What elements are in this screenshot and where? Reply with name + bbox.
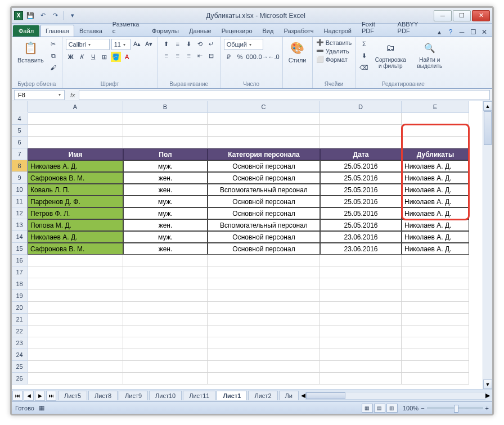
redo-button[interactable]: ↷ xyxy=(50,11,60,21)
sort-filter-button[interactable]: 🗂 Сортировка и фильтр xyxy=(371,39,410,70)
cell[interactable] xyxy=(208,361,320,373)
cell[interactable] xyxy=(123,349,208,361)
row-header[interactable]: 18 xyxy=(12,278,28,290)
cell[interactable] xyxy=(320,137,402,148)
cell-duplicate[interactable]: Николаев А. Д. xyxy=(402,243,469,255)
cell[interactable] xyxy=(28,290,123,302)
table-header[interactable]: Категория персонала xyxy=(208,148,320,160)
cell-duplicate[interactable]: Николаев А. Д. xyxy=(402,196,469,207)
cell[interactable] xyxy=(123,361,208,373)
cell-sex[interactable]: муж. xyxy=(123,196,208,207)
cell[interactable] xyxy=(402,125,469,137)
tab-layout[interactable]: Разметка с xyxy=(107,18,147,37)
cell[interactable] xyxy=(28,349,123,361)
cell[interactable] xyxy=(123,278,208,290)
sheet-tab[interactable]: Лист1 xyxy=(217,391,247,400)
row-header[interactable]: 26 xyxy=(12,373,28,385)
inc-decimal-icon[interactable]: .0→ xyxy=(258,52,268,62)
scroll-track[interactable] xyxy=(483,146,492,379)
cell[interactable] xyxy=(28,361,123,373)
scroll-up-icon[interactable]: ▲ xyxy=(483,101,492,111)
cell-date[interactable]: 23.06.2016 xyxy=(320,243,402,255)
tab-foxit[interactable]: Foxit PDF xyxy=(357,18,393,37)
cell-sex[interactable]: жен. xyxy=(123,243,208,255)
cell[interactable] xyxy=(320,113,402,125)
cell[interactable] xyxy=(28,373,123,385)
cell[interactable] xyxy=(320,373,402,385)
view-normal-icon[interactable]: ▦ xyxy=(362,404,373,413)
delete-cells-button[interactable]: ➖Удалить xyxy=(316,47,349,55)
cell-sex[interactable]: жен. xyxy=(123,172,208,184)
cell[interactable] xyxy=(123,290,208,302)
cell-name[interactable]: Попова М. Д. xyxy=(28,219,123,231)
dec-decimal-icon[interactable]: ←.0 xyxy=(269,52,279,62)
cell[interactable] xyxy=(402,137,469,148)
qat-more-icon[interactable]: ▾ xyxy=(68,11,78,21)
row-header[interactable]: 15 xyxy=(12,243,28,255)
cell[interactable] xyxy=(320,255,402,266)
col-header-d[interactable]: D xyxy=(320,101,402,113)
number-format-combo[interactable]: Общий▾ xyxy=(224,39,263,50)
orientation-icon[interactable]: ⟲ xyxy=(195,39,205,49)
cell[interactable] xyxy=(28,255,123,266)
row-header[interactable]: 5 xyxy=(12,125,28,137)
help-icon[interactable]: ? xyxy=(446,28,455,37)
sheet-tab[interactable]: Лист5 xyxy=(58,391,87,400)
cell[interactable] xyxy=(320,314,402,325)
cell[interactable] xyxy=(208,278,320,290)
row-header[interactable]: 25 xyxy=(12,361,28,373)
cell-sex[interactable]: муж. xyxy=(123,207,208,219)
cell[interactable] xyxy=(402,337,469,349)
hscroll-thumb[interactable] xyxy=(306,392,345,399)
cell-date[interactable]: 25.05.2016 xyxy=(320,207,402,219)
styles-button[interactable]: 🎨 Стили xyxy=(286,39,309,65)
align-top-icon[interactable]: ⬆ xyxy=(161,39,172,49)
row-header[interactable]: 13 xyxy=(12,219,28,231)
sheet-tab[interactable]: Лист8 xyxy=(88,391,118,400)
cell[interactable] xyxy=(28,314,123,325)
cell[interactable] xyxy=(402,278,469,290)
cell-date[interactable]: 25.05.2016 xyxy=(320,172,402,184)
doc-minimize-icon[interactable]: ─ xyxy=(457,28,466,37)
cell[interactable] xyxy=(208,325,320,337)
col-header-e[interactable]: E xyxy=(402,101,469,113)
close-button[interactable]: ✕ xyxy=(472,10,490,21)
cell[interactable] xyxy=(123,325,208,337)
row-header[interactable]: 14 xyxy=(12,231,28,243)
font-size-combo[interactable]: 11▾ xyxy=(111,39,130,50)
undo-button[interactable]: ↶ xyxy=(38,11,48,21)
insert-cells-button[interactable]: ➕Вставить xyxy=(316,39,352,46)
tab-formulas[interactable]: Формулы xyxy=(147,25,184,37)
row-header[interactable]: 21 xyxy=(12,314,28,325)
cell[interactable] xyxy=(208,137,320,148)
name-box[interactable]: F8▾ xyxy=(14,90,65,100)
cell[interactable] xyxy=(320,325,402,337)
format-painter-button[interactable]: 🖌 xyxy=(48,62,58,73)
paste-button[interactable]: 📋 Вставить xyxy=(15,39,46,65)
row-header[interactable]: 16 xyxy=(12,255,28,266)
scroll-down-icon[interactable]: ▼ xyxy=(483,379,492,389)
cell-duplicate[interactable]: Николаев А. Д. xyxy=(402,184,469,196)
cell-name[interactable]: Николаев А. Д. xyxy=(28,160,123,172)
cell-duplicate[interactable]: Николаев А. Д. xyxy=(402,160,469,172)
cell[interactable] xyxy=(28,125,123,137)
cell[interactable] xyxy=(28,278,123,290)
view-pagebreak-icon[interactable]: ▥ xyxy=(386,404,398,413)
fill-color-button[interactable]: 🪣 xyxy=(111,52,121,62)
cell-category[interactable]: Основной персонал xyxy=(208,207,320,219)
tab-review[interactable]: Рецензиро xyxy=(217,25,258,37)
cell-name[interactable]: Сафронова В. М. xyxy=(28,172,123,184)
cell[interactable] xyxy=(402,302,469,314)
hscroll-right-icon[interactable]: ▶ xyxy=(485,392,490,399)
cell-date[interactable]: 25.05.2016 xyxy=(320,219,402,231)
sheet-tab[interactable]: Лист11 xyxy=(183,391,215,400)
cell[interactable] xyxy=(123,255,208,266)
align-bottom-icon[interactable]: ⬇ xyxy=(184,39,194,49)
cell-sex[interactable]: жен. xyxy=(123,219,208,231)
cell-category[interactable]: Основной персонал xyxy=(208,231,320,243)
cell[interactable] xyxy=(28,113,123,125)
cell[interactable] xyxy=(28,325,123,337)
cell-name[interactable]: Коваль Л. П. xyxy=(28,184,123,196)
align-right-icon[interactable]: ≡ xyxy=(184,51,194,61)
cell[interactable] xyxy=(208,255,320,266)
